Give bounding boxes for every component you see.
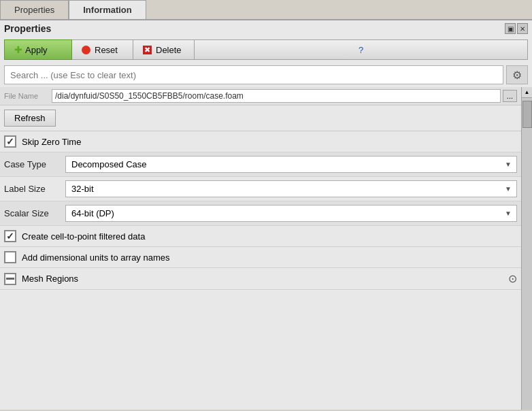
label-size-dropdown-wrapper: 32-bit 64-bit ▼ — [65, 180, 517, 197]
mesh-regions-label: Mesh Regions — [22, 274, 78, 284]
mesh-indeterminate-icon — [6, 278, 14, 280]
refresh-row: Refresh — [0, 105, 521, 131]
scalar-size-dropdown[interactable]: 32-bit (SP) 64-bit (DP) — [65, 205, 517, 222]
tab-bar: Properties Information — [0, 0, 532, 20]
case-type-label: Case Type — [4, 159, 65, 169]
toolbar: ✚ Apply Reset ✖ Delete ? — [0, 37, 532, 63]
cell-to-point-row: ✓ Create cell-to-point filtered data — [0, 226, 521, 247]
skip-zero-time-label: Skip Zero Time — [22, 137, 81, 147]
scalar-size-dropdown-wrapper: 32-bit (SP) 64-bit (DP) ▼ — [65, 205, 517, 222]
file-path-input[interactable] — [52, 89, 501, 103]
restore-button[interactable]: ▣ — [505, 23, 516, 34]
scrollbar-thumb[interactable] — [522, 101, 532, 128]
scalar-size-row: Scalar Size 32-bit (SP) 64-bit (DP) ▼ — [0, 201, 521, 226]
skip-zero-time-checkbox[interactable]: ✓ — [4, 135, 16, 148]
delete-button[interactable]: ✖ Delete — [133, 39, 195, 60]
tab-properties[interactable]: Properties — [0, 0, 69, 19]
label-size-row: Label Size 32-bit 64-bit ▼ — [0, 177, 521, 201]
panel-controls: ▣ ✕ — [505, 23, 528, 34]
panel-title: Properties — [4, 23, 51, 34]
content-scroll: File Name ... Refresh ✓ Skip Zero Time — [0, 87, 521, 410]
scrollbar-up-button[interactable]: ▲ — [522, 87, 533, 98]
checkmark-icon: ✓ — [6, 137, 14, 146]
search-row: ⚙ — [0, 63, 532, 87]
properties-panel: Properties ▣ ✕ ✚ Apply Reset ✖ Delete ? … — [0, 20, 532, 410]
dimensional-units-checkbox[interactable] — [4, 251, 16, 263]
scrollbar: ▲ — [521, 87, 532, 410]
gear-icon: ⚙ — [512, 69, 522, 82]
cell-to-point-label: Create cell-to-point filtered data — [22, 231, 145, 242]
search-gear-button[interactable]: ⚙ — [506, 65, 528, 84]
mesh-regions-expand-icon[interactable]: ⊙ — [508, 272, 517, 285]
reset-button[interactable]: Reset — [72, 39, 133, 60]
label-size-dropdown[interactable]: 32-bit 64-bit — [65, 180, 517, 197]
dimensional-units-row: Add dimensional units to array names — [0, 247, 521, 268]
scalar-size-label: Scalar Size — [4, 208, 65, 218]
mesh-regions-checkbox[interactable] — [4, 273, 16, 285]
apply-button[interactable]: ✚ Apply — [4, 39, 72, 60]
content-area: File Name ... Refresh ✓ Skip Zero Time — [0, 87, 532, 410]
file-browse-button[interactable]: ... — [503, 90, 517, 102]
delete-icon: ✖ — [143, 46, 152, 54]
cell-to-point-checkmark-icon: ✓ — [6, 231, 14, 241]
scrollbar-track[interactable] — [522, 98, 532, 410]
file-label: File Name — [4, 91, 52, 101]
case-type-row: Case Type Decomposed Case Reconstructed … — [0, 152, 521, 177]
cell-to-point-checkbox[interactable]: ✓ — [4, 230, 16, 242]
label-size-label: Label Size — [4, 184, 65, 194]
dimensional-units-label: Add dimensional units to array names — [22, 252, 170, 263]
apply-icon: ✚ — [14, 44, 22, 55]
search-input[interactable] — [4, 65, 503, 84]
case-type-dropdown[interactable]: Decomposed Case Reconstructed Case — [65, 156, 517, 173]
close-button[interactable]: ✕ — [517, 23, 528, 34]
refresh-button[interactable]: Refresh — [4, 110, 56, 127]
file-row: File Name ... — [0, 87, 521, 105]
panel-header: Properties ▣ ✕ — [0, 20, 532, 37]
skip-zero-time-row: ✓ Skip Zero Time — [0, 131, 521, 152]
tab-information[interactable]: Information — [69, 0, 146, 19]
mesh-regions-row: Mesh Regions ⊙ — [0, 268, 521, 290]
help-button[interactable]: ? — [195, 39, 528, 60]
case-type-dropdown-wrapper: Decomposed Case Reconstructed Case ▼ — [65, 156, 517, 173]
reset-icon — [82, 46, 90, 54]
